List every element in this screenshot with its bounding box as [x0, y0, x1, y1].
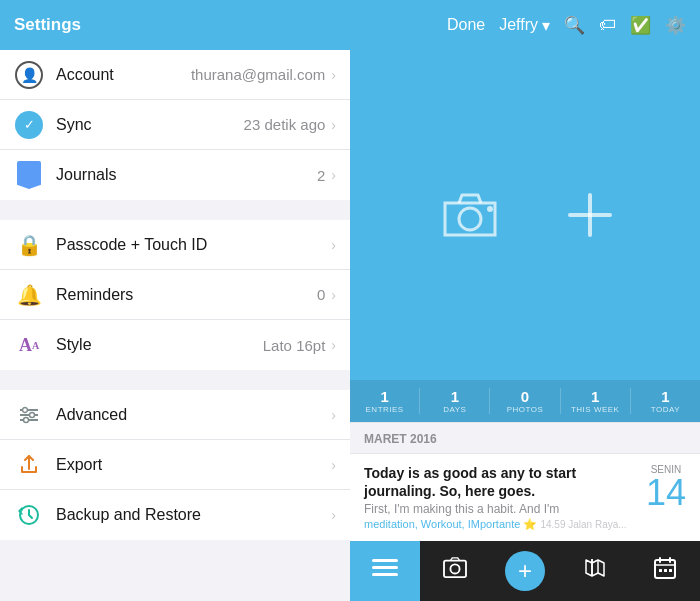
entry-item[interactable]: Today is as good as any to start journal… [350, 453, 700, 541]
sync-label: Sync [56, 116, 244, 134]
svg-rect-14 [444, 561, 466, 578]
entry-area: Maret 2016 Today is as good as any to st… [350, 422, 700, 541]
journals-icon-container [14, 160, 44, 190]
passcode-icon-container: 🔒 [14, 230, 44, 260]
add-entry-button[interactable] [565, 190, 615, 240]
tab-bar: + [350, 541, 700, 601]
settings-item-advanced[interactable]: Advanced › [0, 390, 350, 440]
reminders-label: Reminders [56, 286, 317, 304]
settings-item-journals[interactable]: Journals 2 › [0, 150, 350, 200]
checkmark-icon[interactable]: ✅ [630, 15, 651, 36]
tag-icon[interactable]: 🏷 [599, 15, 616, 35]
journals-label: Journals [56, 166, 317, 184]
entry-meta: 14.59 Jalan Raya... [540, 519, 626, 530]
advanced-icon-container [14, 400, 44, 430]
header-title: Settings [14, 15, 81, 35]
entry-month-year: Maret 2016 [364, 432, 437, 446]
reminders-value: 0 [317, 286, 325, 303]
settings-item-passcode[interactable]: 🔒 Passcode + Touch ID › [0, 220, 350, 270]
stat-photos-number: 0 [521, 388, 529, 405]
account-value: thurana@gmail.com [191, 66, 325, 83]
svg-rect-11 [372, 559, 398, 562]
backup-chevron: › [331, 507, 336, 523]
style-label: Style [56, 336, 263, 354]
bell-icon: 🔔 [16, 281, 42, 309]
account-label: Account [56, 66, 191, 84]
entry-day: SENIN 14 [646, 464, 686, 511]
passcode-label: Passcode + Touch ID [56, 236, 325, 254]
settings-item-account[interactable]: 👤 Account thurana@gmail.com › [0, 50, 350, 100]
sync-value: 23 detik ago [244, 116, 326, 133]
settings-item-backup[interactable]: Backup and Restore › [0, 490, 350, 540]
search-icon[interactable]: 🔍 [564, 15, 585, 36]
entry-tags: meditation, Workout, IMportante ⭐ 14.59 … [364, 518, 636, 531]
style-icon-container: AA [14, 330, 44, 360]
stat-entries-label: Entries [366, 405, 404, 414]
bookmark-icon [17, 161, 41, 189]
settings-item-sync[interactable]: ✓ Sync 23 detik ago › [0, 100, 350, 150]
plus-icon [565, 190, 615, 240]
advanced-label: Advanced [56, 406, 325, 424]
svg-point-7 [459, 208, 481, 230]
advanced-chevron: › [331, 407, 336, 423]
settings-group-3: Advanced › Export › [0, 390, 350, 540]
export-label: Export [56, 456, 325, 474]
list-icon [372, 557, 398, 585]
stat-today-number: 1 [661, 388, 669, 405]
tab-add[interactable]: + [490, 541, 560, 601]
header: Settings Done Jeffry ▾ 🔍 🏷 ✅ ⚙️ [0, 0, 700, 50]
svg-rect-24 [669, 569, 672, 572]
svg-rect-22 [659, 569, 662, 572]
done-button[interactable]: Done [447, 16, 485, 34]
camera-button[interactable] [435, 185, 505, 245]
entry-content: Today is as good as any to start journal… [364, 464, 636, 531]
svg-rect-12 [372, 566, 398, 569]
export-chevron: › [331, 457, 336, 473]
header-icons: 🔍 🏷 ✅ ⚙️ [564, 15, 686, 36]
account-icon-container: 👤 [14, 60, 44, 90]
backup-label: Backup and Restore [56, 506, 325, 524]
settings-item-export[interactable]: Export › [0, 440, 350, 490]
tab-calendar[interactable] [630, 541, 700, 601]
gear-icon[interactable]: ⚙️ [665, 15, 686, 36]
add-icon[interactable]: + [505, 551, 545, 591]
photo-icon [442, 557, 468, 585]
stat-days-number: 1 [451, 388, 459, 405]
right-panel: 1 Entries 1 Days 0 Photos 1 This Week 1 … [350, 50, 700, 601]
camera-icon [435, 185, 505, 245]
stat-week-label: This Week [571, 405, 620, 414]
passcode-chevron: › [331, 237, 336, 253]
calendar-icon [653, 556, 677, 586]
entry-day-number: 14 [646, 475, 686, 511]
svg-point-15 [450, 564, 459, 573]
svg-point-4 [30, 412, 35, 417]
tab-photo[interactable] [420, 541, 490, 601]
user-menu[interactable]: Jeffry ▾ [499, 16, 550, 35]
svg-point-8 [487, 206, 493, 212]
sliders-icon [16, 401, 42, 429]
entry-title: Today is as good as any to start journal… [364, 464, 636, 500]
style-value: Lato 16pt [263, 337, 326, 354]
settings-item-style[interactable]: AA Style Lato 16pt › [0, 320, 350, 370]
main-content: 👤 Account thurana@gmail.com › ✓ Sync 23 … [0, 50, 700, 601]
journals-chevron: › [331, 167, 336, 183]
stat-today: 1 Today [631, 388, 700, 414]
svg-point-3 [23, 407, 28, 412]
journals-value: 2 [317, 167, 325, 184]
stat-this-week: 1 This Week [561, 388, 631, 414]
account-chevron: › [331, 67, 336, 83]
clock-icon [16, 501, 42, 529]
export-icon-container [14, 450, 44, 480]
backup-icon-container [14, 500, 44, 530]
svg-rect-23 [664, 569, 667, 572]
stat-days: 1 Days [420, 388, 490, 414]
stats-bar: 1 Entries 1 Days 0 Photos 1 This Week 1 … [350, 380, 700, 422]
stat-entries: 1 Entries [350, 388, 420, 414]
style-chevron: › [331, 337, 336, 353]
reminders-icon-container: 🔔 [14, 280, 44, 310]
settings-item-reminders[interactable]: 🔔 Reminders 0 › [0, 270, 350, 320]
tab-list[interactable] [350, 541, 420, 601]
font-icon: AA [16, 331, 42, 359]
tab-map[interactable] [560, 541, 630, 601]
person-icon: 👤 [15, 61, 43, 89]
